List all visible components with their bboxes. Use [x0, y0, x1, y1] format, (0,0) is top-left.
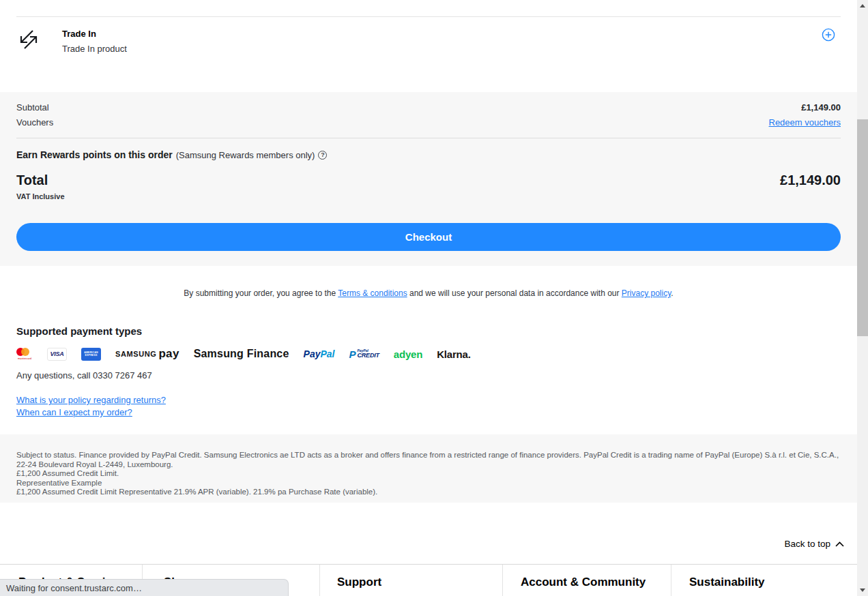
footer-col-support[interactable]: Support — [320, 565, 503, 596]
payment-types-heading: Supported payment types — [16, 325, 142, 337]
trade-in-row[interactable]: Trade In Trade In product — [16, 25, 841, 63]
vouchers-label: Vouchers — [16, 117, 53, 128]
legal-line: Representative Example — [16, 479, 841, 488]
vat-note: VAT Inclusive — [16, 192, 65, 200]
total-label: Total — [16, 173, 48, 188]
scroll-down-icon — [860, 588, 865, 592]
back-to-top-label: Back to top — [784, 539, 830, 549]
privacy-policy-link[interactable]: Privacy policy — [622, 288, 671, 298]
browser-status-bubble: Waiting for consent.trustarc.com… — [0, 579, 289, 596]
plus-circle-icon — [822, 28, 835, 42]
checkout-button[interactable]: Checkout — [16, 223, 841, 251]
returns-policy-link[interactable]: What is your policy regarding returns? — [16, 395, 166, 405]
terms-suffix: . — [671, 288, 673, 298]
trade-in-subtitle: Trade In product — [62, 44, 127, 54]
payment-logos-row: mastercard VISA AMERICAN EXPRESS SAMSUNG… — [16, 345, 485, 363]
footer-col-sustainability[interactable]: Sustainability — [671, 565, 857, 596]
trade-in-swap-icon — [16, 27, 41, 52]
legal-line: £1,200 Assumed Credit Limit. — [16, 469, 841, 479]
order-eta-link[interactable]: When can I expect my order? — [16, 407, 132, 417]
rewards-heading: Earn Rewards points on this order — [16, 149, 173, 160]
back-to-top-button[interactable]: Back to top — [784, 539, 844, 549]
samsung-pay-logo: SAMSUNG pay — [115, 347, 179, 361]
samsung-finance-logo: Samsung Finance — [194, 348, 289, 360]
terms-prefix: By submitting your order, you agree to t… — [184, 288, 338, 298]
scroll-down-button[interactable] — [857, 584, 868, 596]
section-divider — [16, 16, 841, 17]
klarna-logo: Klarna. — [437, 348, 470, 360]
phone-help-text: Any questions, call 0330 7267 467 — [16, 370, 152, 381]
paypal-logo: PayPal — [304, 348, 335, 359]
footer-col-account[interactable]: Account & Community — [503, 565, 671, 596]
cart-page: Trade In Trade In product Subtotal £1,14… — [0, 0, 868, 596]
terms-conditions-link[interactable]: Terms & conditions — [338, 288, 407, 298]
adyen-logo: adyen — [394, 348, 422, 360]
scroll-up-button[interactable] — [857, 0, 868, 12]
paypal-credit-logo: P PayPal CREDIT — [349, 348, 379, 360]
amex-icon: AMERICAN EXPRESS — [81, 348, 101, 361]
chevron-up-icon — [835, 541, 844, 547]
total-value: £1,149.00 — [780, 173, 841, 188]
trade-in-title: Trade In — [62, 29, 127, 39]
summary-divider — [16, 138, 841, 138]
rewards-help-icon[interactable]: ? — [318, 151, 327, 160]
visa-icon: VISA — [47, 348, 67, 361]
subtotal-value: £1,149.00 — [801, 102, 841, 113]
subtotal-label: Subtotal — [16, 102, 49, 113]
mastercard-icon: mastercard — [16, 348, 33, 360]
scrollbar-thumb[interactable] — [857, 119, 868, 336]
finance-legal-text: Subject to status. Finance provided by P… — [0, 434, 857, 503]
vertical-scrollbar[interactable] — [857, 0, 868, 596]
rewards-note: (Samsung Rewards members only) — [176, 150, 315, 160]
expand-trade-in-button[interactable] — [822, 28, 835, 42]
order-summary: Subtotal £1,149.00 Vouchers Redeem vouch… — [0, 92, 857, 266]
legal-line: Subject to status. Finance provided by P… — [16, 451, 841, 469]
scroll-up-icon — [860, 4, 865, 8]
terms-middle: and we will use your personal data in ac… — [407, 288, 622, 298]
redeem-vouchers-link[interactable]: Redeem vouchers — [769, 117, 841, 128]
terms-statement: By submitting your order, you agree to t… — [0, 288, 857, 298]
legal-line: £1,200 Assumed Credit Limit Representati… — [16, 488, 841, 497]
